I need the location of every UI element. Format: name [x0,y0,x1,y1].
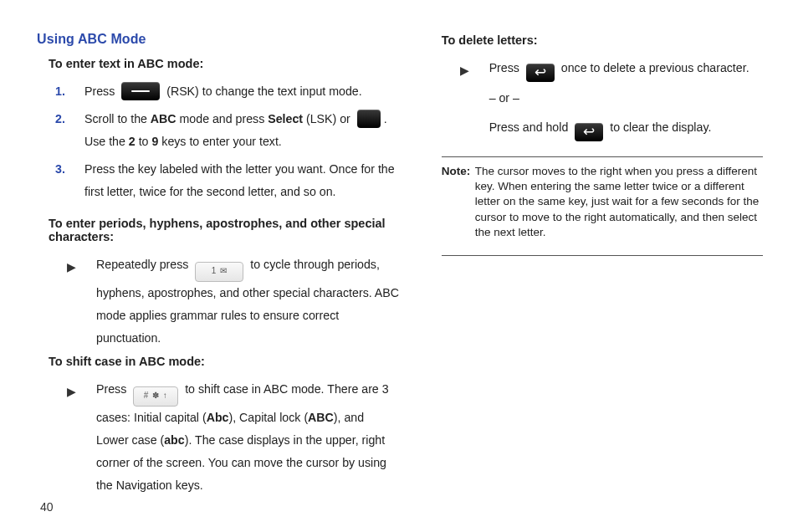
select-bold: Select [268,112,303,125]
two-bold: 2 [129,135,136,148]
subheading-shift-case: To shift case in ABC mode: [49,355,400,368]
abc-init-bold: Abc [207,411,229,424]
subheading-special-chars: To enter periods, hyphens, apostrophes, … [49,217,400,243]
one-symbol-key-icon: 1 ✉ [195,262,243,282]
triangle-bullet-icon: ▶ [49,378,96,497]
text: Scroll to the [84,112,151,125]
right-column: To delete letters: ▶ Press ↩ once to del… [442,28,763,502]
triangle-bullet-icon: ▶ [442,57,489,82]
step-text: Scroll to the ABC mode and press Select … [84,108,400,153]
text: to [136,135,152,148]
bullet-text: Repeatedly press 1 ✉ to cycle through pe… [96,253,400,350]
bullet-item: ▶ Press ↩ once to delete a previous char… [442,57,763,82]
text: Press [489,61,523,74]
text: once to delete a previous character. [561,61,749,74]
step-3: 3. Press the key labeled with the letter… [37,158,400,203]
divider [442,255,763,256]
rsk-key-icon [121,82,160,100]
text: (LSK) or [303,112,354,125]
back-key-icon: ↩ [526,64,555,82]
text: mode and press [176,112,269,125]
center-key-icon [357,110,381,128]
abc-bold: ABC [151,112,176,125]
shift-case-block: ▶ Press # ✽ ↑ to shift case in ABC mode.… [49,378,400,497]
left-column: Using ABC Mode To enter text in ABC mode… [37,28,400,502]
bullet-text: Press # ✽ ↑ to shift case in ABC mode. T… [96,378,400,497]
bullet-item: ▶ Repeatedly press 1 ✉ to cycle through … [49,253,400,350]
note-text: The cursor moves to the right when you p… [475,164,763,240]
divider [442,156,763,157]
triangle-bullet-icon: ▶ [49,253,96,350]
page: Using ABC Mode To enter text in ABC mode… [0,0,798,502]
text: (RSK) to change the text input mode. [166,84,361,98]
text: keys to enter your text. [158,135,281,148]
step-text: Press (RSK) to change the text input mod… [84,80,400,103]
bullet-text: Press ↩ once to delete a previous charac… [489,57,763,82]
text: Repeatedly press [96,258,192,271]
step-number: 1. [37,80,84,103]
step-text: Press the key labeled with the letter yo… [84,158,400,203]
step-number: 3. [37,158,84,203]
text: Press and hold [489,120,572,134]
abc-caps-bold: ABC [308,411,334,424]
back-key-icon: ↩ [575,123,603,141]
continuation-text: Press and hold ↩ to clear the display. [489,116,763,141]
text: Press [96,382,130,396]
or-separator: – or – [489,87,763,110]
note-label: Note: [442,164,475,240]
bullet-item: ▶ Press # ✽ ↑ to shift case in ABC mode.… [49,378,400,497]
hash-key-icon: # ✽ ↑ [133,386,178,407]
note-block: Note: The cursor moves to the right when… [442,164,763,240]
section-title: Using ABC Mode [37,32,400,47]
text: Press [84,84,118,98]
step-number: 2. [37,108,84,153]
special-chars-block: ▶ Repeatedly press 1 ✉ to cycle through … [49,253,400,350]
subheading-enter-text: To enter text in ABC mode: [49,57,400,70]
subheading-delete-letters: To delete letters: [442,33,763,47]
abc-low-bold: abc [164,433,184,447]
text: ), Capital lock ( [229,411,309,424]
step-2: 2. Scroll to the ABC mode and press Sele… [37,108,400,153]
ordered-steps: 1. Press (RSK) to change the text input … [37,80,400,203]
page-number: 40 [40,500,54,514]
step-1: 1. Press (RSK) to change the text input … [37,80,400,103]
text: to clear the display. [610,120,711,134]
